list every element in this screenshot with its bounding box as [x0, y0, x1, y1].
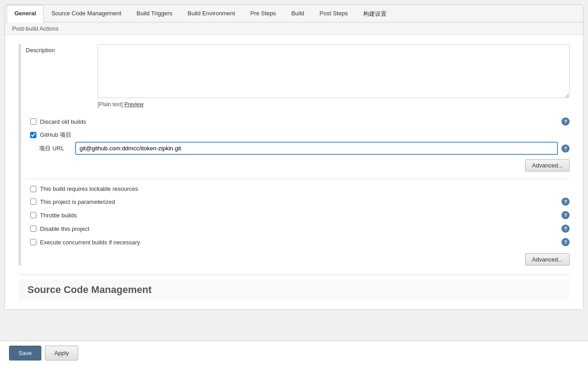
- discard-old-builds-label: Discard old builds: [40, 118, 561, 125]
- github-project-label: GitHub 项目: [40, 131, 570, 139]
- github-url-row: 项目 URL ?: [39, 142, 570, 155]
- left-bar: [18, 44, 21, 266]
- execute-concurrent-label: Execute concurrent builds if necessary: [40, 239, 561, 246]
- throttle-help-icon[interactable]: ?: [561, 211, 570, 219]
- description-row: Description [Plain text] Preview: [26, 44, 570, 108]
- parameterized-label: This project is parameterized: [40, 198, 561, 205]
- lockable-resources-label: This build requires lockable resources: [40, 185, 570, 192]
- parameterized-checkbox[interactable]: [30, 198, 36, 205]
- advanced-button-1[interactable]: Advanced...: [525, 159, 570, 171]
- tab-build-triggers[interactable]: Build Triggers: [129, 5, 180, 23]
- section-divider-1: [26, 179, 570, 179]
- tab-general[interactable]: General: [7, 5, 44, 23]
- advanced-btn-row-1: Advanced...: [26, 159, 570, 171]
- execute-concurrent-help-icon[interactable]: ?: [561, 238, 570, 246]
- project-url-help-icon[interactable]: ?: [561, 144, 570, 153]
- lockable-resources-checkbox[interactable]: [30, 186, 36, 192]
- parameterized-row: This project is parameterized ?: [30, 195, 570, 208]
- plain-text-row: [Plain text] Preview: [98, 101, 570, 108]
- disable-project-help-icon[interactable]: ?: [561, 225, 570, 233]
- sub-tabs-bar: Post-build Actions: [5, 23, 583, 35]
- disable-project-row: Disable this project ?: [30, 222, 570, 235]
- tab-post-steps[interactable]: Post Steps: [312, 5, 356, 23]
- tab-source-code[interactable]: Source Code Management: [44, 5, 129, 23]
- lockable-resources-row: This build requires lockable resources: [30, 183, 570, 195]
- tab-pre-steps[interactable]: Pre Steps: [243, 5, 284, 23]
- tab-build-environment[interactable]: Build Environment: [180, 5, 243, 23]
- preview-link[interactable]: Preview: [124, 101, 143, 108]
- project-url-input[interactable]: [75, 142, 558, 155]
- tabs-bar: General Source Code Management Build Tri…: [5, 5, 583, 23]
- description-control: [Plain text] Preview: [98, 44, 570, 108]
- disable-project-checkbox[interactable]: [30, 225, 36, 232]
- description-textarea[interactable]: [98, 44, 570, 98]
- execute-concurrent-row: Execute concurrent builds if necessary ?: [30, 235, 570, 249]
- project-url-label: 项目 URL: [39, 144, 75, 153]
- discard-help-icon[interactable]: ?: [561, 117, 570, 126]
- discard-old-builds-row: Discard old builds ?: [30, 115, 570, 128]
- throttle-builds-checkbox[interactable]: [30, 212, 36, 218]
- advanced-btn-row-2: Advanced...: [26, 253, 570, 266]
- throttle-builds-label: Throttle builds: [40, 212, 561, 219]
- advanced-button-2[interactable]: Advanced...: [525, 253, 570, 266]
- tab-build-settings[interactable]: 构建设置: [356, 5, 394, 23]
- scm-title: Source Code Management: [18, 279, 570, 300]
- plain-text-label: [Plain text]: [98, 101, 123, 108]
- tab-build[interactable]: Build: [284, 5, 312, 23]
- github-project-row: GitHub 项目: [30, 128, 570, 142]
- general-section: Description [Plain text] Preview Discard…: [5, 35, 583, 309]
- source-code-management-section: Source Code Management: [18, 275, 570, 300]
- execute-concurrent-checkbox[interactable]: [30, 239, 36, 245]
- throttle-builds-row: Throttle builds ?: [30, 208, 570, 222]
- parameterized-help-icon[interactable]: ?: [561, 198, 570, 206]
- sub-tab-post-build[interactable]: Post-build Actions: [12, 25, 58, 32]
- discard-old-builds-checkbox[interactable]: [30, 118, 36, 125]
- github-project-checkbox[interactable]: [30, 132, 36, 138]
- disable-project-label: Disable this project: [40, 225, 561, 232]
- description-label: Description: [26, 44, 98, 54]
